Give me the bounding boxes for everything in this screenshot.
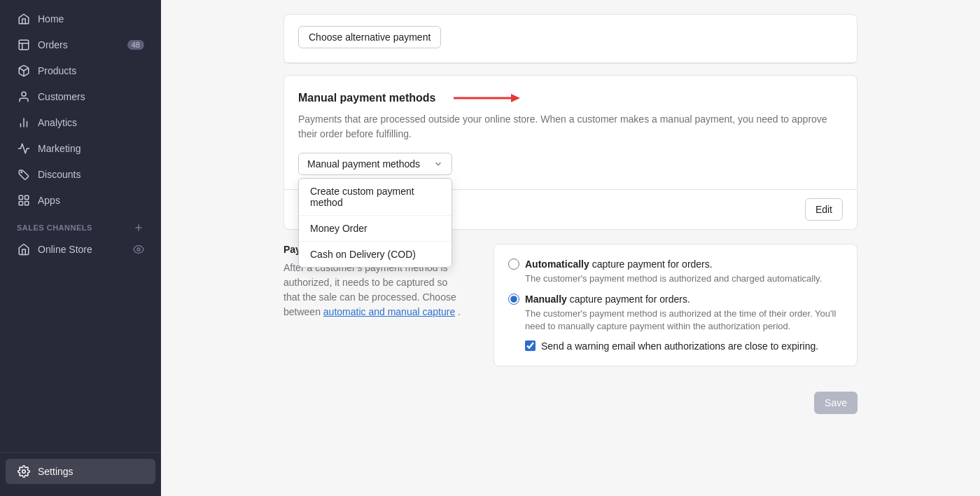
- arrow-indicator: [447, 90, 531, 106]
- sidebar-item-label: Analytics: [38, 117, 144, 128]
- manual-payment-dropdown-menu: Create custom payment method Money Order…: [298, 178, 452, 268]
- sidebar-item-online-store[interactable]: Online Store: [6, 237, 155, 262]
- sidebar-item-marketing[interactable]: Marketing: [6, 136, 155, 161]
- svg-point-16: [22, 470, 26, 474]
- auto-bold-label: Automatically: [525, 259, 589, 270]
- manual-payment-title: Manual payment methods: [298, 92, 435, 104]
- online-store-eye-icon[interactable]: [133, 244, 144, 255]
- manual-payment-desc: Payments that are processed outside your…: [298, 112, 843, 142]
- sidebar-bottom: Settings: [0, 452, 161, 496]
- sidebar-item-label: Marketing: [38, 143, 144, 154]
- save-row: Save: [284, 378, 858, 428]
- manual-capture-option: Manually capture payment for orders. The…: [508, 294, 843, 351]
- sidebar: Home Orders 48 Product: [0, 0, 161, 496]
- auto-rest-label: capture payment for orders.: [589, 259, 713, 270]
- orders-badge: 48: [127, 40, 144, 50]
- payment-capture-card-body: Automatically capture payment for orders…: [494, 244, 857, 366]
- manual-payment-card: Manual payment methods Payments that are…: [284, 75, 858, 230]
- red-arrow-icon: [447, 90, 531, 106]
- automatic-manual-capture-link[interactable]: automatic and manual capture: [323, 306, 455, 317]
- sales-channels-section: SALES CHANNELS: [0, 214, 161, 236]
- radio-group: Automatically capture payment for orders…: [508, 259, 843, 352]
- sidebar-item-orders[interactable]: Orders 48: [6, 32, 155, 57]
- svg-rect-9: [19, 195, 22, 199]
- sidebar-item-label: Discounts: [38, 169, 144, 180]
- svg-marker-18: [511, 94, 520, 102]
- sidebar-item-products[interactable]: Products: [6, 58, 155, 83]
- orders-icon: [17, 38, 31, 52]
- sidebar-item-label: Home: [38, 13, 144, 25]
- payment-capture-right: Automatically capture payment for orders…: [493, 244, 858, 378]
- sidebar-item-customers[interactable]: Customers: [6, 84, 155, 109]
- manual-payment-dropdown-container: Manual payment methods Create custom pay…: [298, 153, 452, 175]
- manual-bold-label: Manually: [525, 294, 567, 305]
- dropdown-label: Manual payment methods: [307, 158, 420, 170]
- sidebar-item-label: Customers: [38, 91, 144, 102]
- sidebar-item-label: Online Store: [38, 244, 123, 255]
- sidebar-item-settings[interactable]: Settings: [6, 459, 155, 484]
- svg-rect-0: [19, 40, 29, 50]
- auto-capture-option: Automatically capture payment for orders…: [508, 259, 843, 285]
- chevron-down-icon: [433, 159, 443, 169]
- manual-payment-title-row: Manual payment methods: [298, 90, 843, 106]
- sidebar-item-discounts[interactable]: Discounts: [6, 162, 155, 187]
- dropdown-item-cod[interactable]: Cash on Delivery (COD): [299, 242, 451, 267]
- sidebar-item-home[interactable]: Home: [6, 6, 155, 32]
- auto-capture-radio[interactable]: [508, 259, 519, 270]
- svg-point-15: [137, 248, 140, 251]
- alternative-payment-card: Choose alternative payment: [284, 14, 858, 64]
- add-sales-channel-icon[interactable]: [133, 222, 144, 233]
- manual-payment-dropdown[interactable]: Manual payment methods: [298, 153, 452, 175]
- payment-capture-card: Automatically capture payment for orders…: [493, 244, 858, 366]
- svg-point-8: [21, 172, 22, 173]
- warning-checkbox-label: Send a warning email when authorizations…: [541, 340, 818, 352]
- sidebar-item-label: Orders: [38, 39, 120, 50]
- manual-capture-radio[interactable]: [508, 294, 519, 305]
- manual-payment-body: Manual payment methods Payments that are…: [284, 76, 857, 189]
- manual-capture-label[interactable]: Manually capture payment for orders.: [508, 294, 843, 305]
- choose-alternative-payment-button[interactable]: Choose alternative payment: [298, 26, 441, 48]
- marketing-icon: [17, 142, 31, 156]
- sidebar-item-analytics[interactable]: Analytics: [6, 110, 155, 135]
- sales-channels-label: SALES CHANNELS: [17, 223, 92, 232]
- dropdown-item-create-custom[interactable]: Create custom payment method: [299, 179, 451, 216]
- main-content: Choose alternative payment Manual paymen…: [161, 0, 980, 496]
- payment-capture-desc: After a customer's payment method is aut…: [284, 261, 465, 319]
- sidebar-item-label: Settings: [38, 466, 144, 477]
- products-icon: [17, 64, 31, 78]
- warning-checkbox-row: Send a warning email when authorizations…: [525, 340, 843, 352]
- alternative-payment-section: Choose alternative payment: [284, 15, 857, 63]
- warning-checkbox[interactable]: [525, 340, 536, 351]
- sidebar-item-label: Products: [38, 65, 144, 76]
- sidebar-item-apps[interactable]: Apps: [6, 188, 155, 213]
- svg-rect-10: [25, 195, 29, 199]
- home-icon: [17, 12, 31, 26]
- payment-capture-desc-text2: .: [458, 306, 461, 317]
- svg-rect-11: [19, 202, 22, 205]
- analytics-icon: [17, 116, 31, 130]
- apps-icon: [17, 193, 31, 207]
- discounts-icon: [17, 167, 31, 181]
- online-store-icon: [17, 242, 31, 256]
- manual-capture-desc: The customer's payment method is authori…: [525, 308, 843, 333]
- save-button[interactable]: Save: [814, 392, 858, 414]
- sidebar-item-label: Apps: [38, 195, 144, 206]
- svg-rect-12: [25, 202, 29, 205]
- svg-point-4: [22, 92, 26, 96]
- dropdown-item-money-order[interactable]: Money Order: [299, 216, 451, 242]
- auto-capture-desc: The customer's payment method is authori…: [525, 273, 843, 285]
- customers-icon: [17, 90, 31, 104]
- manual-rest-label: capture payment for orders.: [567, 294, 690, 305]
- edit-button[interactable]: Edit: [805, 198, 843, 221]
- auto-capture-label[interactable]: Automatically capture payment for orders…: [508, 259, 843, 270]
- settings-icon: [17, 464, 31, 478]
